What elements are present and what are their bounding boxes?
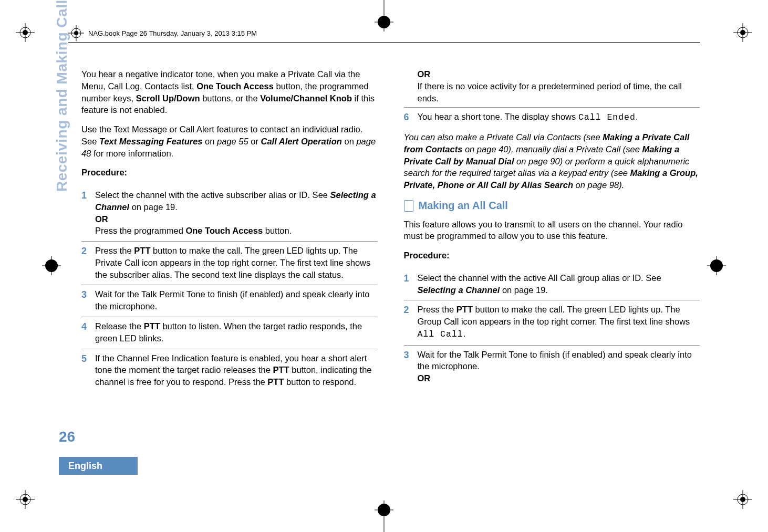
step-body: Wait for the Talk Permit Tone to finish … xyxy=(418,349,700,384)
paragraph: You hear a negative indicator tone, when… xyxy=(81,68,378,116)
step-body: Release the PTT button to listen. When t… xyxy=(95,320,378,345)
step-number: 4 xyxy=(81,320,89,345)
step-number: 1 xyxy=(404,272,411,296)
procedure-steps: 1 Select the channel with the active All… xyxy=(404,269,700,389)
step-body: You hear a short tone. The display shows… xyxy=(418,111,700,124)
document-icon xyxy=(404,200,413,212)
procedure-label: Procedure: xyxy=(404,249,700,262)
step-number: 3 xyxy=(404,349,411,384)
registration-mark-right xyxy=(707,256,726,275)
section-tab: Receiving and Making Calls xyxy=(54,0,70,192)
registration-mark-bottom xyxy=(375,500,393,532)
procedure-steps: 1 Select the channel with the active sub… xyxy=(81,186,378,392)
procedure-label: Procedure: xyxy=(81,166,378,179)
step: 1 Select the channel with the active All… xyxy=(404,269,700,300)
step-body: Select the channel with the active All C… xyxy=(418,272,700,296)
crop-mark-top-right xyxy=(733,23,752,42)
step-continuation: OR If there is no voice activity for a p… xyxy=(404,68,700,104)
page-number: 26 xyxy=(59,429,75,445)
step: 3 Wait for the Talk Permit Tone to finis… xyxy=(81,285,378,317)
page-header: NAG.book Page 26 Thursday, January 3, 20… xyxy=(68,25,700,43)
step-body: Press the PTT button to make the call. T… xyxy=(95,245,378,280)
section-heading: Making an All Call xyxy=(404,199,700,213)
paragraph: This feature allows you to transmit to a… xyxy=(404,218,700,243)
section-title: Making an All Call xyxy=(419,199,508,213)
paragraph: Use the Text Message or Call Alert featu… xyxy=(81,123,378,159)
step-number: 2 xyxy=(404,304,411,340)
step: 5 If the Channel Free Indication feature… xyxy=(81,349,378,392)
note-paragraph: You can also make a Private Call via Con… xyxy=(404,131,700,191)
section-tab-label: Receiving and Making Calls xyxy=(54,0,70,192)
step-body: If the Channel Free Indication feature i… xyxy=(95,352,378,388)
left-column: You hear a negative indicator tone, when… xyxy=(81,68,378,469)
step-number: 5 xyxy=(81,352,89,388)
step: 2 Press the PTT button to make the call.… xyxy=(404,300,700,345)
right-column: OR If there is no voice activity for a p… xyxy=(404,68,700,469)
binding-icon xyxy=(68,25,84,41)
step-number: 2 xyxy=(81,245,89,280)
step-body: Press the PTT button to make the call. T… xyxy=(418,304,700,340)
step-body: Select the channel with the active subsc… xyxy=(95,189,378,237)
crop-mark-bottom-right xyxy=(733,490,752,509)
crop-mark-top-left xyxy=(16,23,35,42)
step: 6 You hear a short tone. The display sho… xyxy=(404,107,700,128)
step-number: 6 xyxy=(404,111,411,124)
step-number: 3 xyxy=(81,288,89,312)
page-header-text: NAG.book Page 26 Thursday, January 3, 20… xyxy=(88,29,257,37)
step-number: 1 xyxy=(81,189,89,237)
step: 2 Press the PTT button to make the call.… xyxy=(81,241,378,285)
step-body: Wait for the Talk Permit Tone to finish … xyxy=(95,288,378,312)
step: 3 Wait for the Talk Permit Tone to finis… xyxy=(404,345,700,389)
registration-mark-left xyxy=(42,256,61,275)
step: 1 Select the channel with the active sub… xyxy=(81,186,378,241)
content-area: You hear a negative indicator tone, when… xyxy=(81,68,700,469)
crop-mark-bottom-left xyxy=(16,490,35,509)
step: 4 Release the PTT button to listen. When… xyxy=(81,317,378,349)
